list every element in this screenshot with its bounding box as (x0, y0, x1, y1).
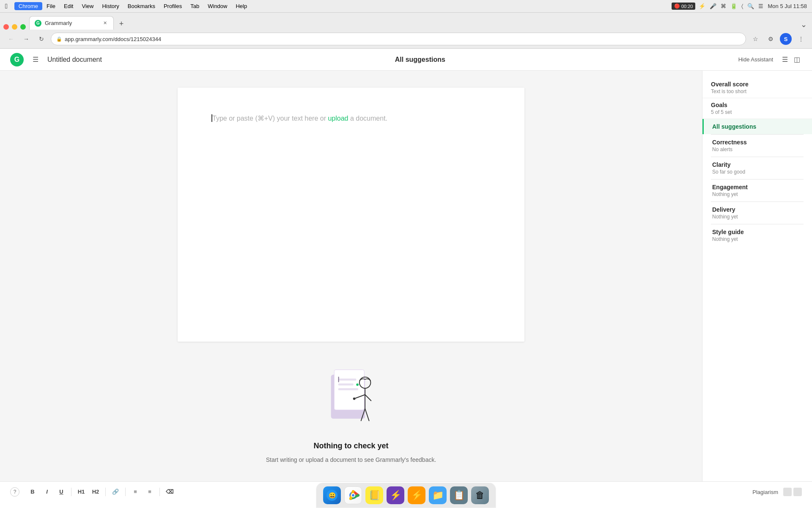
link-button[interactable]: 🔗 (109, 486, 122, 498)
delivery-nav-label: Delivery (712, 206, 804, 213)
sidebar-item-delivery[interactable]: Delivery Nothing yet (702, 202, 812, 224)
goals-sub: 5 of 5 set (711, 109, 804, 115)
dock-icon-bolt[interactable]: ⚡ (387, 486, 404, 504)
tab-close-button[interactable]: ✕ (102, 20, 108, 27)
more-emoji: 📋 (453, 490, 465, 501)
menu-profiles[interactable]: Profiles (159, 2, 186, 10)
upload-link[interactable]: upload (328, 115, 348, 122)
menu-help[interactable]: Help (231, 2, 251, 10)
reload-button[interactable]: ↻ (36, 33, 47, 45)
svg-point-7 (353, 398, 356, 400)
h2-button[interactable]: H2 (89, 486, 102, 498)
search-icon[interactable]: 🔍 (747, 3, 754, 9)
menu-window[interactable]: Window (203, 2, 231, 10)
empty-state-illustration (317, 359, 385, 435)
address-bar[interactable]: 🔒 app.grammarly.com/ddocs/1215024344 (51, 33, 746, 45)
hide-assistant-button[interactable]: Hide Assistant (738, 56, 773, 63)
italic-button[interactable]: I (41, 486, 53, 498)
menu-chrome[interactable]: Chrome (14, 2, 42, 10)
sidebar-item-all-suggestions[interactable]: All suggestions (702, 119, 812, 134)
sidebar-item-clarity[interactable]: Clarity So far so good (702, 157, 812, 179)
battery-time: 00:20 (681, 4, 693, 9)
unordered-list-button[interactable]: ≡ (143, 486, 156, 498)
engagement-nav-label: Engagement (712, 184, 804, 190)
overall-score-label: Overall score (711, 81, 804, 88)
menu-view[interactable]: View (77, 2, 98, 10)
bold-button[interactable]: B (26, 486, 39, 498)
editor-placeholder[interactable]: Type or paste (⌘+V) your text here or up… (211, 113, 491, 124)
bookmark-star-icon[interactable]: ☆ (749, 33, 761, 45)
help-icon: ? (14, 489, 16, 495)
all-suggestions-header: All suggestions (395, 56, 445, 64)
menu-edit[interactable]: Edit (60, 2, 77, 10)
sidebar-item-engagement[interactable]: Engagement Nothing yet (702, 179, 812, 202)
lock-icon: 🔒 (56, 36, 62, 42)
underline-button[interactable]: U (55, 486, 68, 498)
apple-logo[interactable]:  (5, 3, 8, 10)
sidebar-item-correctness[interactable]: Correctness No alerts (702, 135, 812, 157)
ordered-list-button[interactable]: ≡ (129, 486, 142, 498)
files-emoji: 📁 (432, 490, 444, 501)
maximize-window-button[interactable] (20, 24, 26, 30)
dock: 😀 📒 ⚡ ⚡ 📁 📋 🗑 (316, 483, 496, 508)
content-body: Type or paste (⌘+V) your text here or up… (0, 71, 812, 481)
goals-label: Goals (711, 102, 804, 108)
list-view-icon[interactable]: ☰ (780, 55, 790, 65)
help-button[interactable]: ? (10, 487, 19, 497)
flash-emoji: ⚡ (411, 490, 422, 501)
hamburger-button[interactable]: ☰ (29, 53, 42, 66)
menu-history[interactable]: History (98, 2, 123, 10)
plagiarism-icons (783, 488, 802, 496)
address-text[interactable]: app.grammarly.com/ddocs/1215024344 (65, 36, 741, 42)
clear-format-button[interactable]: ⌫ (163, 486, 176, 498)
dock-icon-finder[interactable]: 😀 (323, 486, 341, 504)
dock-icon-notes[interactable]: 📒 (365, 486, 383, 504)
h1-button[interactable]: H1 (75, 486, 88, 498)
grammarly-logo: G (10, 53, 24, 66)
clarity-nav-label: Clarity (712, 161, 804, 168)
tab-favicon: G (35, 20, 41, 27)
svg-point-15 (352, 494, 354, 497)
active-tab[interactable]: G Grammarly ✕ (29, 16, 114, 30)
placeholder-suffix: a document. (348, 115, 388, 122)
sidebar-goals: Goals 5 of 5 set (702, 98, 812, 119)
tab-overflow-icon[interactable]: ⌄ (798, 19, 809, 30)
close-window-button[interactable] (3, 24, 9, 30)
menu-tab[interactable]: Tab (186, 2, 203, 10)
more-options-icon[interactable]: ⋮ (795, 33, 807, 45)
chrome-icon (346, 489, 360, 502)
h2-icon: H2 (92, 489, 99, 495)
right-sidebar: Overall score Text is too short Goals 5 … (702, 71, 812, 481)
profile-button[interactable]: S (780, 33, 792, 45)
sidebar-item-style-guide[interactable]: Style guide Nothing yet (702, 224, 812, 246)
menu-bookmarks[interactable]: Bookmarks (123, 2, 159, 10)
notes-emoji: 📒 (369, 490, 380, 501)
dock-icon-more[interactable]: 📋 (450, 486, 468, 504)
plagiarism-button[interactable]: Plagiarism (752, 489, 778, 495)
svg-rect-3 (338, 384, 354, 386)
all-suggestions-nav-label: All suggestions (712, 123, 804, 130)
mic-icon: 🎤 (710, 3, 716, 9)
back-button[interactable]: ← (5, 33, 17, 45)
format-separator-4 (159, 488, 160, 496)
italic-icon: I (46, 489, 48, 495)
plagiarism-icon-2 (793, 488, 802, 496)
control-center-icon[interactable]: ☰ (758, 3, 763, 9)
menu-file[interactable]: File (42, 2, 60, 10)
forward-button[interactable]: → (20, 33, 32, 45)
status-icons: ⚡ 🎤 ⌘ 🔋 〈 🔍 ☰ Mon 5 Jul 11:58 (699, 3, 807, 10)
grid-view-icon[interactable]: ◫ (792, 55, 802, 65)
extensions-icon[interactable]: ⚙ (765, 33, 776, 45)
minimize-window-button[interactable] (12, 24, 17, 30)
new-tab-button[interactable]: + (115, 18, 127, 30)
bold-icon: B (30, 489, 34, 495)
document-page[interactable]: Type or paste (⌘+V) your text here or up… (178, 88, 524, 342)
dock-icon-flash[interactable]: ⚡ (408, 486, 425, 504)
document-title[interactable]: Untitled document (47, 56, 102, 64)
plagiarism-icon-1 (783, 488, 792, 496)
dock-icon-trash[interactable]: 🗑 (471, 486, 489, 504)
dock-icon-files[interactable]: 📁 (429, 486, 447, 504)
app-toolbar: G ☰ Untitled document All suggestions Hi… (0, 49, 812, 71)
dock-icon-chrome[interactable] (344, 486, 362, 504)
underline-icon: U (59, 489, 63, 495)
